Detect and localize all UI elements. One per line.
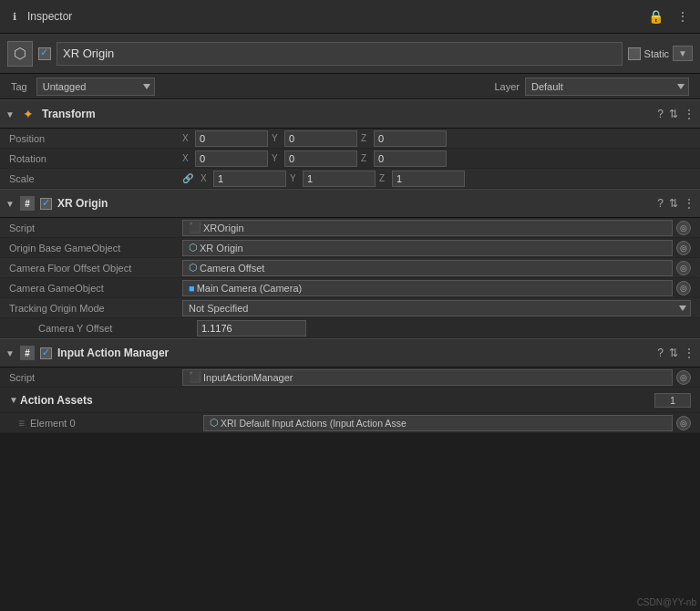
watermark: CSDN@YY-nb xyxy=(637,597,696,607)
scale-label: Scale xyxy=(9,173,182,184)
xr-script-label: Script xyxy=(9,223,182,233)
transform-icon: ✦ xyxy=(20,106,36,122)
title-bar-label: Inspector xyxy=(27,10,644,23)
position-y-label: Y xyxy=(272,133,281,143)
position-z-input[interactable] xyxy=(374,130,447,147)
rotation-x-input[interactable] xyxy=(195,150,268,167)
transform-collapse-arrow[interactable]: ▼ xyxy=(5,109,16,119)
tracking-mode-value: Not Specified xyxy=(182,300,691,316)
tracking-mode-text: Not Specified xyxy=(189,303,248,314)
rotation-z-input[interactable] xyxy=(374,150,447,167)
rotation-x-label: X xyxy=(182,153,191,163)
iam-enabled-checkbox[interactable] xyxy=(40,347,52,359)
action-assets-row: ▼ Action Assets 1 xyxy=(0,388,700,413)
origin-base-icon: ⬡ xyxy=(189,242,198,254)
camera-floor-label: Camera Floor Offset Object xyxy=(9,263,182,274)
tracking-mode-dropdown[interactable]: Not Specified xyxy=(182,300,691,316)
camera-floor-select-btn[interactable]: ◎ xyxy=(676,261,691,275)
iam-hash-icon: # xyxy=(20,346,35,360)
title-bar: ℹ Inspector 🔒 ⋮ xyxy=(0,0,700,34)
scale-row: Scale 🔗 X Y Z xyxy=(0,169,700,189)
iam-script-row: Script ⬛ InputActionManager ◎ xyxy=(0,368,700,388)
rotation-row: Rotation X Y Z xyxy=(0,149,700,169)
iam-title: Input Action Manager xyxy=(57,347,654,359)
camera-y-value xyxy=(197,320,691,337)
element0-label: Element 0 xyxy=(30,418,203,429)
static-dropdown[interactable]: ▼ xyxy=(673,46,693,61)
element0-icon: ⬡ xyxy=(210,417,219,429)
layer-area: Layer Default xyxy=(494,78,689,96)
camera-go-row: Camera GameObject ■ Main Camera (Camera)… xyxy=(0,278,700,298)
scale-y-label: Y xyxy=(290,173,299,183)
xr-origin-section-header: ▼ # XR Origin ? ⇅ ⋮ xyxy=(0,189,700,218)
iam-script-label: Script xyxy=(9,372,182,383)
transform-help-icon[interactable]: ? xyxy=(657,108,664,120)
xr-script-value: ⬛ XROrigin ◎ xyxy=(182,220,691,236)
xr-script-select-btn[interactable]: ◎ xyxy=(676,221,691,235)
menu-button[interactable]: ⋮ xyxy=(673,7,693,26)
camera-y-row: Camera Y Offset xyxy=(0,318,700,338)
iam-collapse-arrow[interactable]: ▼ xyxy=(5,348,16,358)
element0-text: XRI Default Input Actions (Input Action … xyxy=(221,418,407,429)
iam-script-text: InputActionManager xyxy=(203,372,293,383)
rotation-y-label: Y xyxy=(272,153,281,163)
camera-floor-row: Camera Floor Offset Object ⬡ Camera Offs… xyxy=(0,258,700,278)
xr-origin-collapse-arrow[interactable]: ▼ xyxy=(5,199,16,209)
tag-dropdown[interactable]: Untagged xyxy=(36,78,155,96)
tracking-mode-row: Tracking Origin Mode Not Specified xyxy=(0,298,700,318)
scale-z-input[interactable] xyxy=(392,171,465,187)
element0-drag-handle: ≡ xyxy=(18,417,25,430)
xr-origin-enabled-checkbox[interactable] xyxy=(40,198,52,210)
position-xyz: X Y Z xyxy=(182,130,691,147)
xr-origin-hash-icon: # xyxy=(20,196,35,211)
layer-dropdown[interactable]: Default xyxy=(525,78,689,96)
lock-button[interactable]: 🔒 xyxy=(644,7,667,26)
camera-y-input[interactable] xyxy=(197,320,306,337)
rotation-z-label: Z xyxy=(361,153,370,163)
object-active-checkbox[interactable] xyxy=(38,47,51,60)
iam-script-box[interactable]: ⬛ InputActionManager xyxy=(182,369,673,386)
xr-script-box[interactable]: ⬛ XROrigin xyxy=(182,220,673,236)
static-checkbox[interactable] xyxy=(628,47,641,60)
action-assets-count[interactable]: 1 xyxy=(654,393,691,408)
rotation-y-input[interactable] xyxy=(284,150,357,167)
origin-base-row: Origin Base GameObject ⬡ XR Origin ◎ xyxy=(0,238,700,258)
iam-menu-icon[interactable]: ⋮ xyxy=(684,347,695,359)
scale-x-label: X xyxy=(201,173,210,183)
inspector-icon: ℹ xyxy=(7,9,22,24)
object-name-input[interactable] xyxy=(57,42,623,66)
element0-box[interactable]: ⬡ XRI Default Input Actions (Input Actio… xyxy=(203,415,673,431)
transform-settings-icon[interactable]: ⇅ xyxy=(669,108,678,120)
iam-tools: ? ⇅ ⋮ xyxy=(657,347,695,359)
xr-origin-settings-icon[interactable]: ⇅ xyxy=(669,197,678,210)
layer-label: Layer xyxy=(494,81,520,92)
transform-menu-icon[interactable]: ⋮ xyxy=(684,108,695,120)
camera-go-box[interactable]: ■ Main Camera (Camera) xyxy=(182,280,673,296)
xr-origin-title: XR Origin xyxy=(57,197,654,210)
xr-origin-help-icon[interactable]: ? xyxy=(657,197,664,210)
position-label: Position xyxy=(9,133,182,144)
position-row: Position X Y Z xyxy=(0,129,700,149)
camera-go-label: Camera GameObject xyxy=(9,283,182,294)
action-assets-arrow[interactable]: ▼ xyxy=(9,395,20,405)
script-icon: ⬛ xyxy=(189,222,201,233)
static-area: Static ▼ xyxy=(628,46,693,61)
iam-script-icon: ⬛ xyxy=(189,371,201,383)
scale-x-input[interactable] xyxy=(213,171,286,187)
xr-origin-tools: ? ⇅ ⋮ xyxy=(657,197,695,210)
camera-floor-box[interactable]: ⬡ Camera Offset xyxy=(182,260,673,276)
rotation-label: Rotation xyxy=(9,153,182,164)
position-y-input[interactable] xyxy=(284,130,357,147)
origin-base-select-btn[interactable]: ◎ xyxy=(676,241,691,255)
element0-select-btn[interactable]: ◎ xyxy=(676,416,691,430)
scale-y-input[interactable] xyxy=(303,171,376,187)
scale-link-icon[interactable]: 🔗 xyxy=(182,173,193,183)
xr-origin-menu-icon[interactable]: ⋮ xyxy=(684,197,695,210)
iam-settings-icon[interactable]: ⇅ xyxy=(669,347,678,359)
origin-base-box[interactable]: ⬡ XR Origin xyxy=(182,240,673,256)
iam-script-select-btn[interactable]: ◎ xyxy=(676,370,691,385)
position-x-input[interactable] xyxy=(195,130,268,147)
iam-help-icon[interactable]: ? xyxy=(657,347,664,359)
static-label: Static xyxy=(644,48,670,59)
camera-go-select-btn[interactable]: ◎ xyxy=(676,281,691,295)
